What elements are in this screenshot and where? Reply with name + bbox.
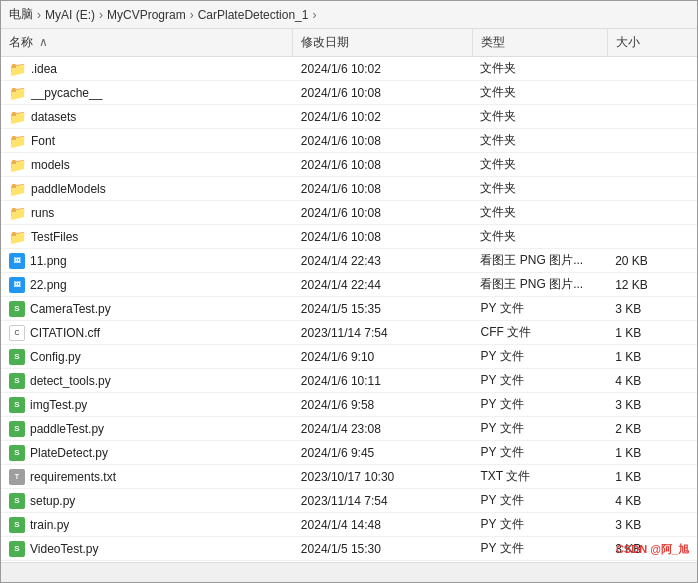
folder-icon: 📁 [9, 206, 26, 220]
breadcrumb-bar[interactable]: 电脑 › MyAI (E:) › MyCVProgram › CarPlateD… [1, 1, 697, 29]
file-name-label: setup.py [30, 494, 75, 508]
file-name-cell: 🖼11.png [1, 249, 293, 273]
file-name-label: runs [31, 206, 54, 220]
file-size-cell: 1 KB [607, 345, 697, 369]
table-header-row: 名称 ∧ 修改日期 类型 大小 [1, 29, 697, 57]
file-name-cell: Ssetup.py [1, 489, 293, 513]
file-name-cell: 🖼22.png [1, 273, 293, 297]
file-date-cell: 2024/1/5 15:30 [293, 537, 473, 561]
file-type-cell: 文件夹 [472, 177, 607, 201]
file-size-cell [607, 153, 697, 177]
col-header-date[interactable]: 修改日期 [293, 29, 473, 57]
file-date-cell: 2024/1/4 14:48 [293, 513, 473, 537]
py-file-icon: S [9, 541, 25, 557]
folder-icon: 📁 [9, 230, 26, 244]
table-row[interactable]: 📁.idea2024/1/6 10:02文件夹 [1, 57, 697, 81]
file-name-cell: 📁paddleModels [1, 177, 293, 201]
file-name-cell: SimgTest.py [1, 393, 293, 417]
table-row[interactable]: 📁models2024/1/6 10:08文件夹 [1, 153, 697, 177]
file-row-name: 📁TestFiles [9, 230, 285, 244]
file-size-cell [607, 129, 697, 153]
file-size-cell [607, 105, 697, 129]
file-type-cell: PY 文件 [472, 345, 607, 369]
file-type-cell: 看图王 PNG 图片... [472, 249, 607, 273]
file-row-name: Trequirements.txt [9, 469, 285, 485]
col-header-type[interactable]: 类型 [472, 29, 607, 57]
table-row[interactable]: Syolov8n.pt2023/11/15 12:04PT 文件6,382 KB [1, 561, 697, 563]
file-type-cell: PY 文件 [472, 441, 607, 465]
file-name-label: datasets [31, 110, 76, 124]
folder-icon: 📁 [9, 110, 26, 124]
table-row[interactable]: 🖼22.png2024/1/4 22:44看图王 PNG 图片...12 KB [1, 273, 697, 297]
table-row[interactable]: SVideoTest.py2024/1/5 15:30PY 文件3 KB [1, 537, 697, 561]
file-type-cell: PT 文件 [472, 561, 607, 563]
breadcrumb-item-2[interactable]: MyCVProgram [107, 8, 186, 22]
table-row[interactable]: Ssetup.py2023/11/14 7:54PY 文件4 KB [1, 489, 697, 513]
file-row-name: 🖼22.png [9, 277, 285, 293]
file-type-cell: 文件夹 [472, 105, 607, 129]
file-name-cell: SpaddleTest.py [1, 417, 293, 441]
table-row[interactable]: Strain.py2024/1/4 14:48PY 文件3 KB [1, 513, 697, 537]
py-file-icon: S [9, 301, 25, 317]
file-row-name: 📁paddleModels [9, 182, 285, 196]
file-type-cell: PY 文件 [472, 369, 607, 393]
file-name-cell: 📁.idea [1, 57, 293, 81]
file-name-cell: Trequirements.txt [1, 465, 293, 489]
table-row[interactable]: 📁Font2024/1/6 10:08文件夹 [1, 129, 697, 153]
col-header-name[interactable]: 名称 ∧ [1, 29, 293, 57]
table-row[interactable]: Sdetect_tools.py2024/1/6 10:11PY 文件4 KB [1, 369, 697, 393]
file-name-cell: Strain.py [1, 513, 293, 537]
file-date-cell: 2024/1/4 22:43 [293, 249, 473, 273]
table-row[interactable]: SPlateDetect.py2024/1/6 9:45PY 文件1 KB [1, 441, 697, 465]
col-header-size[interactable]: 大小 [607, 29, 697, 57]
table-row[interactable]: 📁runs2024/1/6 10:08文件夹 [1, 201, 697, 225]
table-row[interactable]: 🖼11.png2024/1/4 22:43看图王 PNG 图片...20 KB [1, 249, 697, 273]
file-date-cell: 2024/1/6 10:02 [293, 57, 473, 81]
table-row[interactable]: SConfig.py2024/1/6 9:10PY 文件1 KB [1, 345, 697, 369]
file-size-cell [607, 57, 697, 81]
file-name-cell: 📁Font [1, 129, 293, 153]
table-row[interactable]: SimgTest.py2024/1/6 9:58PY 文件3 KB [1, 393, 697, 417]
file-type-cell: TXT 文件 [472, 465, 607, 489]
file-size-cell: 4 KB [607, 369, 697, 393]
table-row[interactable]: SCameraTest.py2024/1/5 15:35PY 文件3 KB [1, 297, 697, 321]
file-size-cell: 3 KB [607, 513, 697, 537]
table-row[interactable]: 📁__pycache__2024/1/6 10:08文件夹 [1, 81, 697, 105]
file-type-cell: CFF 文件 [472, 321, 607, 345]
breadcrumb-item-0[interactable]: 电脑 [9, 6, 33, 23]
folder-icon: 📁 [9, 134, 26, 148]
table-row[interactable]: Trequirements.txt2023/10/17 10:30TXT 文件1… [1, 465, 697, 489]
file-row-name: 📁runs [9, 206, 285, 220]
file-row-name: 📁datasets [9, 110, 285, 124]
file-date-cell: 2024/1/6 9:10 [293, 345, 473, 369]
file-name-cell: 📁TestFiles [1, 225, 293, 249]
file-name-label: 11.png [30, 254, 67, 268]
file-size-cell: 1 KB [607, 441, 697, 465]
table-row[interactable]: 📁TestFiles2024/1/6 10:08文件夹 [1, 225, 697, 249]
file-row-name: SConfig.py [9, 349, 285, 365]
file-name-cell: 📁__pycache__ [1, 81, 293, 105]
file-date-cell: 2024/1/6 9:58 [293, 393, 473, 417]
file-name-cell: SVideoTest.py [1, 537, 293, 561]
table-row[interactable]: 📁paddleModels2024/1/6 10:08文件夹 [1, 177, 697, 201]
breadcrumb-item-3[interactable]: CarPlateDetection_1 [198, 8, 309, 22]
table-row[interactable]: CCITATION.cff2023/11/14 7:54CFF 文件1 KB [1, 321, 697, 345]
py-file-icon: S [9, 421, 25, 437]
file-row-name: Sdetect_tools.py [9, 373, 285, 389]
file-size-cell [607, 81, 697, 105]
file-size-cell [607, 177, 697, 201]
py-file-icon: S [9, 349, 25, 365]
file-name-cell: SPlateDetect.py [1, 441, 293, 465]
table-row[interactable]: SpaddleTest.py2024/1/4 23:08PY 文件2 KB [1, 417, 697, 441]
breadcrumb-item-1[interactable]: MyAI (E:) [45, 8, 95, 22]
file-date-cell: 2024/1/4 23:08 [293, 417, 473, 441]
file-type-cell: 文件夹 [472, 81, 607, 105]
file-type-cell: PY 文件 [472, 537, 607, 561]
py-file-icon: S [9, 445, 25, 461]
cff-file-icon: C [9, 325, 25, 341]
sort-arrow-icon: ∧ [39, 35, 48, 49]
file-date-cell: 2024/1/6 9:45 [293, 441, 473, 465]
table-row[interactable]: 📁datasets2024/1/6 10:02文件夹 [1, 105, 697, 129]
file-type-cell: 文件夹 [472, 153, 607, 177]
file-row-name: SimgTest.py [9, 397, 285, 413]
